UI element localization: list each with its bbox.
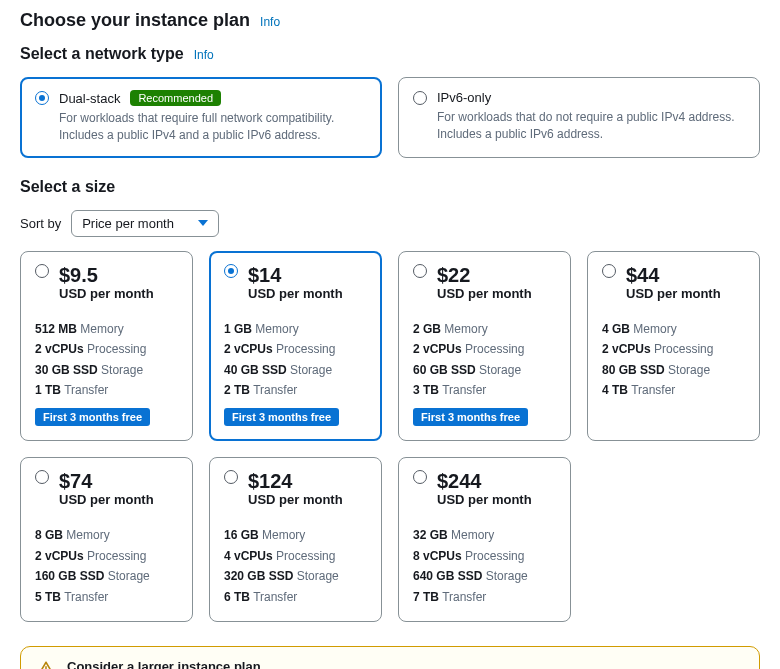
caret-down-icon: [198, 220, 208, 226]
plan-spec-memory: 16 GB Memory: [224, 525, 367, 545]
plan-spec-memory: 2 GB Memory: [413, 319, 556, 339]
plan-spec-transfer: 5 TB Transfer: [35, 587, 178, 607]
radio-icon[interactable]: [224, 264, 238, 278]
network-option-name: IPv6-only: [437, 90, 491, 105]
plan-spec-storage: 40 GB SSD Storage: [224, 360, 367, 380]
plan-price: $22: [437, 264, 470, 286]
plan-card-4[interactable]: $74USD per month8 GB Memory2 vCPUs Proce…: [20, 457, 193, 622]
promo-badge: First 3 months free: [224, 408, 339, 426]
radio-icon[interactable]: [224, 470, 238, 484]
plan-price: $74: [59, 470, 92, 492]
plan-spec-transfer: 7 TB Transfer: [413, 587, 556, 607]
plan-spec-cpu: 2 vCPUs Processing: [413, 339, 556, 359]
network-option-head: Dual-stackRecommended: [35, 90, 367, 106]
network-option-name: Dual-stack: [59, 91, 120, 106]
radio-icon[interactable]: [602, 264, 616, 278]
plan-head: $14: [224, 264, 367, 286]
plan-head: $124: [224, 470, 367, 492]
plan-spec-memory: 4 GB Memory: [602, 319, 745, 339]
plan-spec-storage: 160 GB SSD Storage: [35, 566, 178, 586]
choose-plan-title: Choose your instance plan: [20, 10, 250, 31]
plan-spec-storage: 60 GB SSD Storage: [413, 360, 556, 380]
plan-head: $44: [602, 264, 745, 286]
plan-spec-transfer: 4 TB Transfer: [602, 380, 745, 400]
plan-spec-transfer: 3 TB Transfer: [413, 380, 556, 400]
plan-head: $244: [413, 470, 556, 492]
network-option-dual[interactable]: Dual-stackRecommendedFor workloads that …: [20, 77, 382, 158]
warning-content: Consider a larger instance plan You migh…: [67, 659, 743, 669]
plan-card-0[interactable]: $9.5USD per month512 MB Memory2 vCPUs Pr…: [20, 251, 193, 442]
sort-select-value: Price per month: [82, 216, 174, 231]
plan-price-sub: USD per month: [59, 286, 178, 301]
warning-title: Consider a larger instance plan: [67, 659, 743, 669]
network-type-title: Select a network type: [20, 45, 184, 63]
plan-spec-memory: 32 GB Memory: [413, 525, 556, 545]
choose-plan-heading: Choose your instance plan Info: [20, 10, 760, 31]
radio-icon[interactable]: [413, 470, 427, 484]
network-type-info-link[interactable]: Info: [194, 48, 214, 62]
plan-head: $9.5: [35, 264, 178, 286]
radio-icon[interactable]: [413, 91, 427, 105]
plan-head: $22: [413, 264, 556, 286]
radio-icon[interactable]: [35, 264, 49, 278]
select-size-heading: Select a size: [20, 178, 760, 196]
plan-spec-transfer: 1 TB Transfer: [35, 380, 178, 400]
plan-price: $9.5: [59, 264, 98, 286]
radio-icon[interactable]: [413, 264, 427, 278]
plan-spec-cpu: 2 vCPUs Processing: [602, 339, 745, 359]
radio-icon[interactable]: [35, 470, 49, 484]
plan-spec-cpu: 4 vCPUs Processing: [224, 546, 367, 566]
select-size-title: Select a size: [20, 178, 115, 196]
sort-label: Sort by: [20, 216, 61, 231]
recommended-badge: Recommended: [130, 90, 221, 106]
plan-spec-memory: 512 MB Memory: [35, 319, 178, 339]
plan-card-6[interactable]: $244USD per month32 GB Memory8 vCPUs Pro…: [398, 457, 571, 622]
warning-icon: [37, 660, 55, 669]
plan-spec-memory: 8 GB Memory: [35, 525, 178, 545]
plan-spec-cpu: 8 vCPUs Processing: [413, 546, 556, 566]
plan-spec-cpu: 2 vCPUs Processing: [35, 339, 178, 359]
network-options: Dual-stackRecommendedFor workloads that …: [20, 77, 760, 158]
plan-price: $244: [437, 470, 482, 492]
plan-price: $44: [626, 264, 659, 286]
plan-card-1[interactable]: $14USD per month1 GB Memory2 vCPUs Proce…: [209, 251, 382, 442]
network-type-heading: Select a network type Info: [20, 45, 760, 63]
plan-spec-memory: 1 GB Memory: [224, 319, 367, 339]
plan-spec-storage: 320 GB SSD Storage: [224, 566, 367, 586]
plan-card-3[interactable]: $44USD per month4 GB Memory2 vCPUs Proce…: [587, 251, 760, 442]
plan-spec-storage: 80 GB SSD Storage: [602, 360, 745, 380]
network-option-desc: For workloads that require full network …: [59, 110, 367, 145]
plan-head: $74: [35, 470, 178, 492]
plan-price-sub: USD per month: [248, 492, 367, 507]
plan-price-sub: USD per month: [626, 286, 745, 301]
plan-price: $14: [248, 264, 281, 286]
plan-spec-storage: 30 GB SSD Storage: [35, 360, 178, 380]
plan-spec-transfer: 2 TB Transfer: [224, 380, 367, 400]
plan-spec-cpu: 2 vCPUs Processing: [35, 546, 178, 566]
plan-spec-transfer: 6 TB Transfer: [224, 587, 367, 607]
promo-badge: First 3 months free: [413, 408, 528, 426]
plan-price-sub: USD per month: [59, 492, 178, 507]
plan-price: $124: [248, 470, 293, 492]
plan-spec-storage: 640 GB SSD Storage: [413, 566, 556, 586]
plan-card-5[interactable]: $124USD per month16 GB Memory4 vCPUs Pro…: [209, 457, 382, 622]
sort-select[interactable]: Price per month: [71, 210, 219, 237]
promo-badge: First 3 months free: [35, 408, 150, 426]
plan-card-2[interactable]: $22USD per month2 GB Memory2 vCPUs Proce…: [398, 251, 571, 442]
plan-spec-cpu: 2 vCPUs Processing: [224, 339, 367, 359]
network-option-ipv6[interactable]: IPv6-onlyFor workloads that do not requi…: [398, 77, 760, 158]
choose-plan-info-link[interactable]: Info: [260, 15, 280, 29]
warning-box: Consider a larger instance plan You migh…: [20, 646, 760, 669]
network-option-head: IPv6-only: [413, 90, 745, 105]
network-option-desc: For workloads that do not require a publ…: [437, 109, 745, 144]
plan-price-sub: USD per month: [437, 492, 556, 507]
sort-row: Sort by Price per month: [20, 210, 760, 237]
plans-grid: $9.5USD per month512 MB Memory2 vCPUs Pr…: [20, 251, 760, 622]
plan-price-sub: USD per month: [248, 286, 367, 301]
radio-icon[interactable]: [35, 91, 49, 105]
plan-price-sub: USD per month: [437, 286, 556, 301]
